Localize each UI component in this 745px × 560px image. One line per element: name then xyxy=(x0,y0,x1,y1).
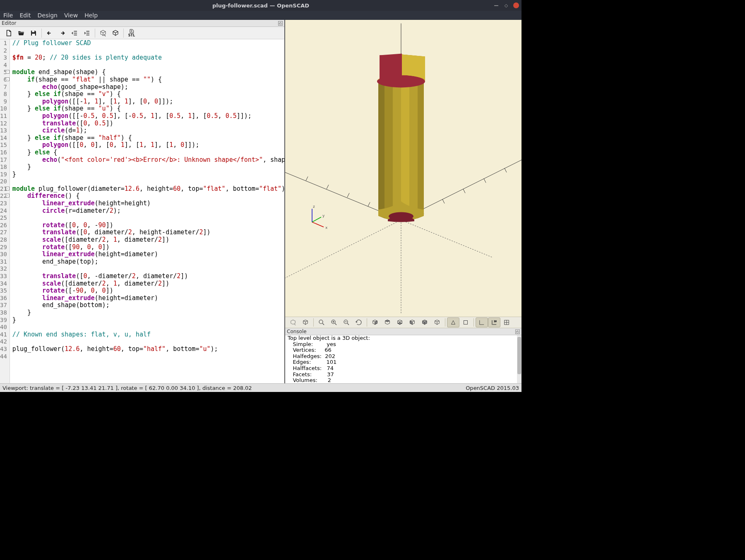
svg-text:10: 10 xyxy=(494,320,497,322)
vt-bottom-button[interactable] xyxy=(394,317,406,327)
console-scrollbar[interactable] xyxy=(517,335,522,383)
svg-rect-28 xyxy=(464,321,468,324)
vt-left-button[interactable] xyxy=(406,317,418,327)
status-version-text: OpenSCAD 2015.03 xyxy=(466,385,519,391)
vt-scale-button[interactable]: 10 xyxy=(488,317,500,327)
undo-button[interactable] xyxy=(43,28,56,38)
save-button[interactable] xyxy=(27,28,40,38)
redo-button[interactable] xyxy=(56,28,68,38)
vt-perspective-button[interactable] xyxy=(447,317,459,327)
svg-line-13 xyxy=(327,185,329,189)
svg-point-18 xyxy=(389,212,413,221)
svg-line-6 xyxy=(401,220,492,257)
menubar: File Edit Design View Help xyxy=(0,11,522,20)
window-title: plug-follower.scad — OpenSCAD xyxy=(212,2,309,9)
export-stl-button[interactable]: STL xyxy=(125,28,138,38)
vt-axes-button[interactable] xyxy=(476,317,488,327)
menu-design[interactable]: Design xyxy=(38,12,58,19)
vt-top-button[interactable] xyxy=(381,317,394,327)
status-viewport-text: Viewport: translate = [ -7.23 13.41 21.7… xyxy=(2,385,252,391)
vt-ortho-button[interactable] xyxy=(459,317,472,327)
svg-line-8 xyxy=(442,199,445,204)
vt-viewall-button[interactable] xyxy=(315,317,328,327)
svg-line-12 xyxy=(306,177,308,181)
vt-back-button[interactable] xyxy=(431,317,443,327)
svg-line-10 xyxy=(484,179,486,183)
console-panel: Console ◴ Top level object is a 3D objec… xyxy=(285,328,522,383)
vt-zoomout-button[interactable] xyxy=(340,317,353,327)
vt-crosshairs-button[interactable] xyxy=(500,317,513,327)
indent-button[interactable] xyxy=(81,28,93,38)
vt-reset-button[interactable] xyxy=(353,317,365,327)
maximize-icon[interactable]: ◇ xyxy=(503,2,509,8)
unindent-button[interactable] xyxy=(68,28,81,38)
svg-rect-0 xyxy=(32,34,35,36)
svg-line-14 xyxy=(347,193,349,197)
editor-panel: Editor ◴ STL 12345-6-7891011121314151617… xyxy=(0,20,285,383)
editor-close-icon[interactable]: ◴ xyxy=(278,21,283,26)
menu-edit[interactable]: Edit xyxy=(19,12,31,19)
vt-render-button[interactable] xyxy=(299,317,312,327)
vt-front-button[interactable] xyxy=(418,317,431,327)
svg-text:x: x xyxy=(325,226,328,230)
new-button[interactable] xyxy=(2,28,15,38)
code-editor[interactable]: 12345-6-789101112131415161718192021-22-2… xyxy=(0,39,284,383)
editor-panel-title: Editor ◴ xyxy=(0,20,284,27)
render-button[interactable] xyxy=(109,28,122,38)
menu-file[interactable]: File xyxy=(3,12,13,19)
vt-zoomin-button[interactable] xyxy=(328,317,340,327)
svg-text:z: z xyxy=(313,204,315,209)
minimize-icon[interactable]: — xyxy=(493,2,499,8)
menu-help[interactable]: Help xyxy=(84,12,98,19)
editor-toolbar: STL xyxy=(0,27,284,39)
vt-preview-button[interactable] xyxy=(287,317,299,327)
vt-right-button[interactable] xyxy=(369,317,381,327)
console-close-icon[interactable]: ◴ xyxy=(515,329,520,334)
svg-line-15 xyxy=(368,202,370,207)
open-button[interactable] xyxy=(15,28,27,38)
3d-viewport[interactable]: x y z xyxy=(285,20,522,317)
svg-line-5 xyxy=(285,220,401,278)
svg-line-19 xyxy=(312,222,324,227)
svg-point-25 xyxy=(319,320,323,324)
svg-text:y: y xyxy=(322,214,325,218)
svg-line-20 xyxy=(312,217,321,222)
svg-line-9 xyxy=(463,189,465,193)
titlebar: plug-follower.scad — OpenSCAD — ◇ xyxy=(0,0,522,11)
view-toolbar: 10 xyxy=(285,317,522,328)
console-output[interactable]: Top level object is a 3D object: Simple:… xyxy=(285,335,522,383)
svg-line-11 xyxy=(505,168,507,173)
statusbar: Viewport: translate = [ -7.23 13.41 21.7… xyxy=(0,383,522,392)
console-panel-title: Console ◴ xyxy=(285,328,522,335)
close-icon[interactable] xyxy=(513,2,519,8)
menu-view[interactable]: View xyxy=(64,12,78,19)
preview-button[interactable] xyxy=(97,28,109,38)
